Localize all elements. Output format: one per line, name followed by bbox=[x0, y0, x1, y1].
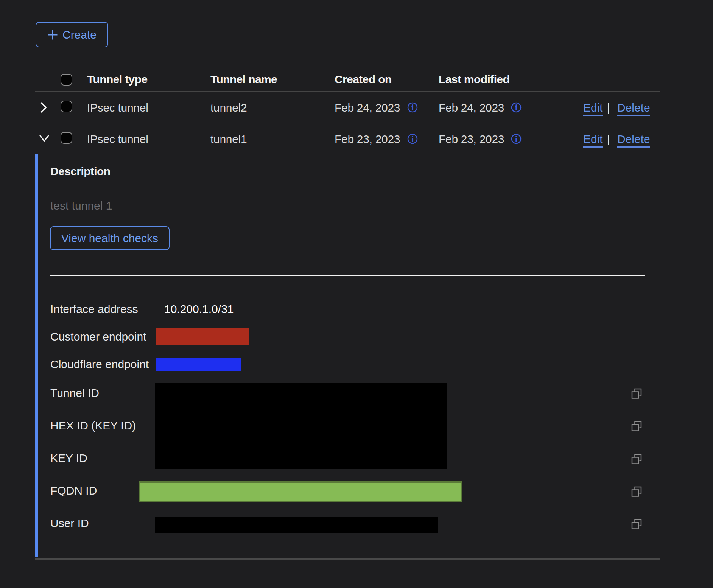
svg-text:i: i bbox=[515, 134, 518, 144]
svg-text:i: i bbox=[515, 103, 518, 112]
svg-text:i: i bbox=[411, 134, 414, 144]
svg-text:i: i bbox=[411, 103, 414, 112]
